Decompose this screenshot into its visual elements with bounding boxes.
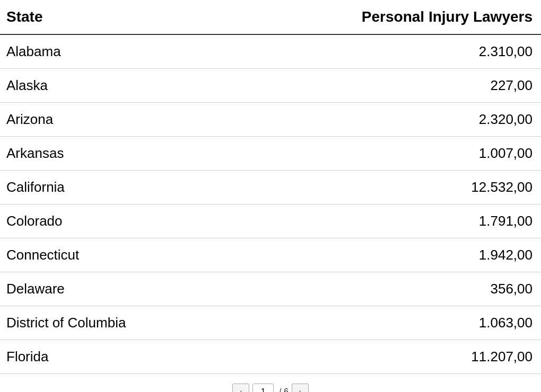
table-row: Colorado1.791,00 <box>0 204 541 238</box>
cell-state: Delaware <box>0 272 225 306</box>
next-page-button[interactable]: › <box>292 384 309 392</box>
table-row: Alabama2.310,00 <box>0 34 541 69</box>
cell-value: 1.942,00 <box>225 238 541 272</box>
total-pages: / 6 <box>279 387 289 392</box>
table-row: Florida11.207,00 <box>0 340 541 374</box>
cell-state: California <box>0 171 225 204</box>
cell-state: Colorado <box>0 204 225 238</box>
cell-value: 2.310,00 <box>225 34 541 69</box>
data-table: State Personal Injury Lawyers Alabama2.3… <box>0 0 541 374</box>
prev-page-button[interactable]: ‹ <box>232 384 249 392</box>
table-body: Alabama2.310,00Alaska227,00Arizona2.320,… <box>0 34 541 374</box>
table-row: California12.532,00 <box>0 171 541 204</box>
cell-state: Alabama <box>0 34 225 69</box>
cell-value: 227,00 <box>225 69 541 103</box>
cell-state: Arizona <box>0 103 225 137</box>
pagination: ‹ / 6 › <box>0 374 541 392</box>
table-row: District of Columbia1.063,00 <box>0 306 541 340</box>
cell-value: 1.063,00 <box>225 306 541 340</box>
cell-value: 1.791,00 <box>225 204 541 238</box>
table-row: Delaware356,00 <box>0 272 541 306</box>
table-row: Arizona2.320,00 <box>0 103 541 137</box>
table-header-row: State Personal Injury Lawyers <box>0 0 541 34</box>
cell-state: Connecticut <box>0 238 225 272</box>
col-lawyers-header: Personal Injury Lawyers <box>225 0 541 34</box>
cell-value: 1.007,00 <box>225 137 541 171</box>
cell-value: 12.532,00 <box>225 171 541 204</box>
cell-state: Alaska <box>0 69 225 103</box>
cell-state: District of Columbia <box>0 306 225 340</box>
col-state-header: State <box>0 0 225 34</box>
cell-value: 2.320,00 <box>225 103 541 137</box>
cell-value: 356,00 <box>225 272 541 306</box>
page-input[interactable] <box>252 384 274 392</box>
cell-value: 11.207,00 <box>225 340 541 374</box>
table-row: Alaska227,00 <box>0 69 541 103</box>
table-container: State Personal Injury Lawyers Alabama2.3… <box>0 0 541 392</box>
cell-state: Arkansas <box>0 137 225 171</box>
table-row: Arkansas1.007,00 <box>0 137 541 171</box>
table-row: Connecticut1.942,00 <box>0 238 541 272</box>
cell-state: Florida <box>0 340 225 374</box>
